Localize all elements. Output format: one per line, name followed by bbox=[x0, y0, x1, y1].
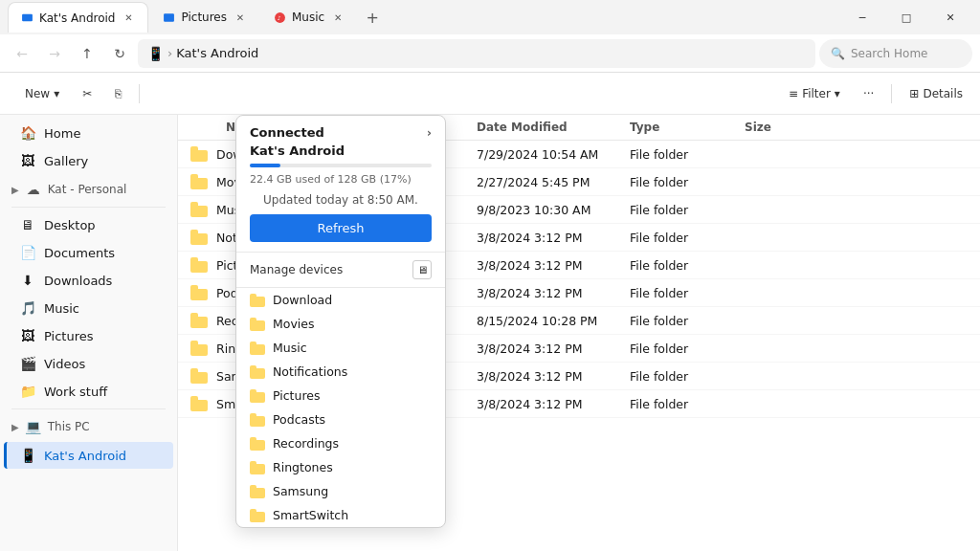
android-sidebar-icon: 📱 bbox=[19, 447, 36, 464]
android-icon bbox=[20, 11, 33, 25]
svg-rect-0 bbox=[22, 14, 33, 22]
minimize-button[interactable]: ─ bbox=[840, 2, 884, 33]
col-size[interactable]: Size bbox=[733, 115, 980, 141]
popup-folder-item[interactable]: Pictures 📌 bbox=[236, 384, 445, 408]
cell-type: File folder bbox=[618, 390, 733, 418]
filter-button[interactable]: ≡ Filter ▾ bbox=[779, 83, 850, 104]
popup-folder-item[interactable]: Ringtones 📌 bbox=[236, 455, 445, 479]
sidebar-item-documents[interactable]: 📄 Documents bbox=[4, 239, 173, 266]
refresh-button[interactable]: ↻ bbox=[105, 39, 134, 68]
popup-folder-item[interactable]: Notifications 📌 bbox=[236, 360, 445, 384]
videos-icon: 🎬 bbox=[19, 355, 36, 372]
maximize-button[interactable]: □ bbox=[884, 2, 928, 33]
popup-folder-item[interactable]: Download 📌 bbox=[236, 288, 445, 312]
popup-storage-text: 22.4 GB used of 128 GB (17%) bbox=[236, 171, 445, 187]
sidebar-item-home[interactable]: 🏠 Home bbox=[4, 120, 173, 146]
sidebar-item-gallery[interactable]: 🖼 Gallery bbox=[4, 147, 173, 174]
search-icon: 🔍 bbox=[831, 47, 845, 60]
cell-type: File folder bbox=[618, 168, 733, 196]
tab-music-label: Music bbox=[292, 11, 324, 24]
up-button[interactable]: ↑ bbox=[73, 39, 101, 68]
sidebar-this-pc-label: This PC bbox=[48, 420, 90, 433]
sidebar-videos-label: Videos bbox=[44, 357, 85, 371]
popup-folder-item[interactable]: Podcasts 📌 bbox=[236, 408, 445, 431]
popup-footer: Manage devices 🖥 bbox=[236, 253, 445, 287]
copy-button[interactable]: ⎘ bbox=[105, 83, 131, 104]
search-box[interactable]: 🔍 Search Home bbox=[819, 39, 972, 68]
popup-folder-item[interactable]: Movies 📌 bbox=[236, 312, 445, 336]
sidebar-item-this-pc[interactable]: ▶ 💻 This PC bbox=[4, 413, 173, 440]
sidebar-item-downloads[interactable]: ⬇ Downloads bbox=[4, 267, 173, 294]
tab-pictures-close[interactable]: ✕ bbox=[233, 10, 248, 25]
address-path[interactable]: 📱 › Kat's Android bbox=[138, 39, 815, 68]
filter-label: Filter bbox=[802, 87, 831, 100]
pictures-sidebar-icon: 🖼 bbox=[19, 327, 36, 344]
search-placeholder: Search Home bbox=[851, 47, 927, 60]
home-icon: 🏠 bbox=[19, 124, 36, 142]
cell-size bbox=[733, 196, 980, 224]
col-type[interactable]: Type bbox=[618, 115, 733, 141]
sidebar: 🏠 Home 🖼 Gallery ▶ ☁ Kat - Personal 🖥 De… bbox=[0, 115, 178, 551]
cell-size bbox=[733, 390, 980, 418]
documents-icon: 📄 bbox=[19, 244, 36, 261]
cell-date: 2/27/2024 5:45 PM bbox=[465, 168, 618, 196]
col-date[interactable]: Date Modified bbox=[465, 115, 618, 141]
new-chevron: ▾ bbox=[54, 87, 59, 100]
sidebar-desktop-label: Desktop bbox=[44, 218, 96, 232]
tab-pictures[interactable]: Pictures ✕ bbox=[150, 2, 259, 33]
tab-music[interactable]: ♪ Music ✕ bbox=[261, 2, 357, 33]
sidebar-item-videos[interactable]: 🎬 Videos bbox=[4, 350, 173, 377]
cell-date: 3/8/2024 3:12 PM bbox=[465, 363, 618, 390]
popup-header: Connected › bbox=[236, 116, 445, 143]
path-label: Kat's Android bbox=[176, 46, 258, 60]
manage-devices-icon[interactable]: 🖥 bbox=[412, 260, 432, 279]
cell-date: 3/8/2024 3:12 PM bbox=[465, 279, 618, 307]
cell-size bbox=[733, 335, 980, 363]
sidebar-pictures-label: Pictures bbox=[44, 329, 93, 343]
cell-date: 7/29/2024 10:54 AM bbox=[465, 141, 618, 168]
back-button[interactable]: ← bbox=[8, 39, 36, 68]
sidebar-item-desktop[interactable]: 🖥 Desktop bbox=[4, 211, 173, 238]
tab-music-close[interactable]: ✕ bbox=[330, 10, 345, 25]
path-device-icon: 📱 bbox=[147, 46, 164, 61]
address-bar: ← → ↑ ↻ 📱 › Kat's Android 🔍 Search Home bbox=[0, 34, 980, 73]
this-pc-icon: 💻 bbox=[25, 418, 42, 435]
new-button[interactable]: New ▾ bbox=[15, 83, 69, 104]
sidebar-item-kat-android[interactable]: 📱 Kat's Android bbox=[4, 442, 173, 469]
details-button[interactable]: ⊞ Details bbox=[900, 83, 972, 104]
sidebar-item-kat-personal[interactable]: ▶ ☁ Kat - Personal bbox=[4, 176, 173, 203]
more-button[interactable]: ··· bbox=[854, 83, 883, 104]
tab-kat-android[interactable]: Kat's Android ✕ bbox=[8, 2, 148, 33]
toolbar-separator-2 bbox=[891, 84, 892, 103]
forward-button[interactable]: → bbox=[40, 39, 69, 68]
cell-type: File folder bbox=[618, 196, 733, 224]
music-icon: ♪ bbox=[273, 11, 286, 24]
path-separator: › bbox=[167, 46, 172, 60]
popup-folder-item[interactable]: Music 📌 bbox=[236, 336, 445, 360]
sidebar-item-work-stuff[interactable]: 📁 Work stuff bbox=[4, 378, 173, 405]
popup-folder-item[interactable]: Samsung 📌 bbox=[236, 479, 445, 503]
popup-folder-item[interactable]: SmartSwitch 📌 bbox=[236, 503, 445, 527]
popup-refresh-button[interactable]: Refresh bbox=[250, 214, 432, 242]
content-area: Name Status Date Modified Type Size bbox=[178, 115, 980, 551]
add-tab-button[interactable]: + bbox=[359, 4, 386, 31]
sidebar-divider-2 bbox=[11, 408, 166, 409]
popup-chevron[interactable]: › bbox=[427, 126, 432, 140]
tab-kat-android-label: Kat's Android bbox=[39, 11, 115, 25]
sidebar-downloads-label: Downloads bbox=[44, 274, 112, 288]
cell-size bbox=[733, 363, 980, 390]
cell-date: 8/15/2024 10:28 PM bbox=[465, 307, 618, 335]
cell-size bbox=[733, 224, 980, 252]
filter-icon: ≡ bbox=[789, 87, 798, 100]
cut-button[interactable]: ✂ bbox=[73, 83, 101, 104]
sidebar-item-music[interactable]: 🎵 Music bbox=[4, 295, 173, 321]
connected-popup[interactable]: Connected › Kat's Android 22.4 GB used o… bbox=[235, 115, 446, 528]
close-button[interactable]: ✕ bbox=[928, 2, 972, 33]
svg-rect-1 bbox=[164, 13, 174, 22]
tab-kat-android-close[interactable]: ✕ bbox=[121, 11, 136, 26]
desktop-icon: 🖥 bbox=[19, 216, 36, 233]
filter-chevron: ▾ bbox=[835, 87, 840, 100]
popup-folder-item[interactable]: Recordings 📌 bbox=[236, 431, 445, 455]
cell-date: 9/8/2023 10:30 AM bbox=[465, 196, 618, 224]
sidebar-item-pictures[interactable]: 🖼 Pictures bbox=[4, 322, 173, 349]
